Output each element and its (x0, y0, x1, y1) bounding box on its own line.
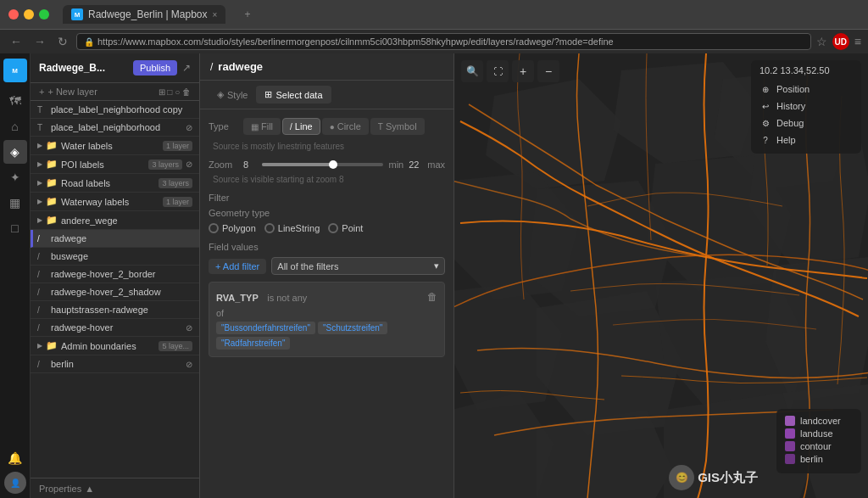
tab-select-data[interactable]: ⊞ Select data (256, 86, 331, 104)
bookmark-icon[interactable]: ☆ (816, 35, 827, 48)
watermark-circle: 😊 (669, 465, 694, 490)
position-control[interactable]: ⊕ Position (760, 81, 853, 98)
properties-bar[interactable]: Properties ▲ (31, 478, 199, 498)
layer-group-andere[interactable]: ▶ 📁 andere_wege (31, 211, 199, 230)
visibility-icon[interactable]: ⊘ (186, 123, 192, 132)
radio-point[interactable]: Point (328, 223, 363, 233)
style-tab-label: Style (227, 90, 248, 100)
layer-tools: ⊞ □ ○ 🗑 (159, 87, 191, 97)
zoom-slider-thumb[interactable] (329, 160, 337, 169)
list-item[interactable]: / radwege-hover ⊘ (31, 319, 199, 337)
radio-dot-linestring (264, 223, 275, 233)
group-arrow-icon: ▶ (37, 160, 42, 168)
filter-field-op: RVA_TYP is not any (216, 289, 307, 305)
visibility-icon[interactable]: ⊘ (186, 159, 192, 169)
traffic-light-yellow[interactable] (24, 9, 34, 20)
zoom-slider[interactable] (262, 163, 383, 166)
type-label: Type (209, 121, 238, 131)
layer-group-water[interactable]: ▶ 📁 Water labels 1 layer (31, 137, 199, 155)
list-item[interactable]: / radwege-hover_2_border (31, 266, 199, 283)
list-item-radwege[interactable]: / radwege (31, 230, 199, 248)
filter-block-header: RVA_TYP is not any 🗑 (216, 289, 437, 305)
add-filter-button[interactable]: + Add filter (209, 259, 266, 274)
history-control[interactable]: ↩ History (760, 98, 853, 115)
help-control[interactable]: ? Help (760, 131, 853, 148)
tab-close-button[interactable]: × (213, 10, 218, 20)
sidebar-icon-plugins[interactable]: ✦ (3, 165, 27, 189)
map-fullscreen-btn[interactable]: ⛶ (487, 60, 509, 82)
url-bar[interactable]: 🔒 https://www.mapbox.com/studio/styles/b… (76, 33, 811, 50)
style-panel-header: / radwege (200, 53, 453, 81)
line-label: Line (295, 121, 313, 131)
add-layer-button[interactable]: + + New layer ⊞ □ ○ 🗑 (31, 83, 199, 101)
sidebar-icon-account[interactable]: 👤 (4, 472, 26, 494)
map-zoom-minus[interactable]: − (537, 60, 559, 82)
line-icon: / (37, 323, 47, 333)
filter-condition-select[interactable]: All of the filters ▾ (271, 257, 445, 275)
active-browser-tab[interactable]: M Radwege_Berlin | Mapbox × (63, 5, 225, 24)
sidebar-icon-datasets[interactable]: □ (3, 216, 27, 240)
layer-group-road[interactable]: ▶ 📁 Road labels 3 layers (31, 174, 199, 193)
zoom-slider-container: 8 min 22 max (243, 159, 445, 170)
zoom-row: Zoom 8 min 22 max (209, 159, 445, 170)
list-item[interactable]: / buswege (31, 248, 199, 266)
legend-item-berlin: berlin (785, 454, 853, 464)
layer-group-waterway[interactable]: ▶ 📁 Waterway labels 1 layer (31, 193, 199, 211)
legend-item-contour: contour (785, 441, 853, 451)
tab-style[interactable]: ◈ Style (209, 86, 256, 104)
nav-refresh-button[interactable]: ↻ (54, 33, 71, 50)
polygon-label: Polygon (222, 223, 256, 233)
nav-forward-button[interactable]: → (31, 33, 49, 50)
visibility-icon[interactable]: ⊘ (186, 360, 192, 369)
nav-back-button[interactable]: ← (7, 33, 25, 50)
select-data-tab-icon: ⊞ (264, 89, 272, 100)
group-arrow-icon: ▶ (37, 216, 42, 224)
type-btn-line[interactable]: / Line (282, 118, 320, 135)
radio-linestring[interactable]: LineString (264, 223, 320, 233)
sidebar-icon-stats[interactable]: ▦ (3, 191, 27, 215)
visibility-icon[interactable]: ⊘ (186, 323, 192, 333)
menu-icon[interactable]: ≡ (854, 35, 861, 48)
watermark: 😊 GIS小丸子 (669, 465, 758, 490)
filter-of: of (216, 308, 437, 318)
browser-titlebar: M Radwege_Berlin | Mapbox × + (0, 0, 868, 29)
type-btn-circle[interactable]: ● Circle (322, 118, 369, 135)
history-label: History (776, 101, 805, 111)
style-tab-icon: ◈ (217, 89, 224, 100)
traffic-light-green[interactable] (39, 9, 49, 20)
symbol-label: Symbol (386, 121, 417, 131)
layer-count-badge: 1 layer (163, 141, 192, 151)
external-link-icon[interactable]: ↗ (182, 62, 191, 74)
filter-delete-button[interactable]: 🗑 (427, 291, 437, 303)
list-item[interactable]: T place_label_neighborhood ⊘ (31, 119, 199, 137)
layer-group-admin[interactable]: ▶ 📁 Admin boundaries 5 laye... (31, 337, 199, 355)
line-icon: / (37, 305, 47, 315)
publish-button[interactable]: Publish (133, 60, 177, 76)
list-item[interactable]: / berlin ⊘ (31, 355, 199, 373)
mapbox-logo[interactable]: M (3, 59, 27, 82)
list-item[interactable]: / radwege-hover_2_shadow (31, 283, 199, 301)
line-icon: / (37, 252, 47, 261)
debug-control[interactable]: ⚙ Debug (760, 115, 853, 131)
map-search-btn[interactable]: 🔍 (461, 60, 483, 82)
type-btn-symbol[interactable]: T Symbol (370, 118, 425, 135)
map-zoom-plus[interactable]: + (512, 60, 534, 82)
group-arrow-icon: ▶ (37, 142, 42, 149)
layer-group-poi[interactable]: ▶ 📁 POI labels 3 layers ⊘ (31, 155, 199, 174)
list-item[interactable]: T place_label_neighborhood copy (31, 101, 199, 119)
list-item[interactable]: / hauptstrassen-radwege (31, 301, 199, 319)
traffic-light-red[interactable] (8, 9, 19, 20)
filter-op: is not any (267, 293, 307, 303)
sidebar-icon-style[interactable]: ◈ (3, 140, 27, 164)
radio-polygon[interactable]: Polygon (209, 223, 256, 233)
layers-title: Radwege_B... (39, 62, 105, 74)
new-tab[interactable]: + (231, 5, 264, 24)
sidebar-icon-home[interactable]: ⌂ (3, 115, 27, 138)
legend-item-landuse: landuse (785, 428, 853, 439)
sidebar-icon-notifications[interactable]: 🔔 (3, 446, 27, 470)
fill-icon: ▦ (251, 122, 259, 131)
map-area[interactable]: 🔍 ⛶ + − 10.2 13.34,52.50 ⊕ Position ↩ Hi… (454, 53, 868, 498)
type-btn-fill[interactable]: ▦ Fill (243, 118, 281, 135)
group-name: Admin boundaries (61, 341, 155, 351)
sidebar-icon-map[interactable]: 🗺 (3, 89, 27, 113)
